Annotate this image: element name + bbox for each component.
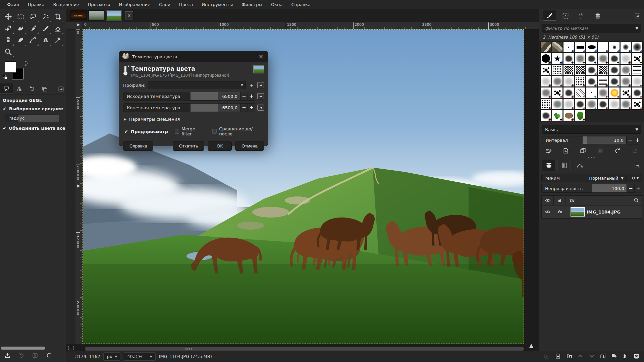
tool-move-icon[interactable] <box>2 11 14 23</box>
edit-brush-icon[interactable] <box>545 148 551 155</box>
brush-dots[interactable]: + <box>540 99 551 110</box>
units-dropdown[interactable]: px▼ <box>103 352 120 361</box>
brush-tex[interactable]: + <box>632 87 643 98</box>
tool-ink-icon[interactable] <box>27 23 39 35</box>
new-brush-icon[interactable] <box>563 148 569 155</box>
brush-tex2[interactable]: + <box>597 53 608 64</box>
brush-tex[interactable]: + <box>586 76 597 87</box>
dock-grip-icon[interactable]: ⋮ <box>69 202 73 204</box>
profile-reset-button[interactable]: ◄ <box>257 82 264 88</box>
effects-column-icon[interactable]: fx <box>566 196 578 205</box>
brush-bar[interactable]: + <box>575 42 586 53</box>
merge-colors-checkbox-row[interactable]: Объединить цвета все <box>3 126 63 131</box>
tab-fonts[interactable]: abc <box>575 10 588 21</box>
brush-filter-input[interactable]: фильтр по меткам ▼ <box>542 24 641 33</box>
spacing-slider[interactable]: Интервал 10,0 <box>542 136 627 144</box>
checkbox-checked-icon[interactable] <box>3 126 6 131</box>
tool-clone-icon[interactable] <box>2 35 14 46</box>
menu-item-инструменты[interactable]: Инструменты <box>198 1 236 8</box>
menu-item-цвета[interactable]: Цвета <box>175 1 197 8</box>
tab-patterns[interactable] <box>559 10 572 21</box>
target-reset-button[interactable]: ◄ <box>257 105 264 111</box>
tool-text-icon[interactable]: A <box>39 35 52 46</box>
brush-faint[interactable]: + <box>620 53 631 64</box>
tool-zoom-icon[interactable] <box>2 46 14 58</box>
brush-tex2[interactable]: + <box>552 76 563 87</box>
tab-images[interactable] <box>38 83 51 94</box>
brush-hlines[interactable]: + <box>597 76 608 87</box>
dialog-titlebar[interactable]: Температура цвета ✕ <box>119 51 268 62</box>
navigation-up-icon[interactable]: ▲ <box>529 342 533 349</box>
menu-item-файл[interactable]: Файл <box>3 1 23 8</box>
checkbox-checked-icon[interactable] <box>3 107 7 111</box>
brush-wilber[interactable]: + <box>563 110 574 121</box>
panel-arrow-top-icon[interactable]: ▶ <box>77 22 80 27</box>
revert-button[interactable]: Откатить <box>173 141 204 151</box>
brush-faint[interactable]: + <box>540 76 551 87</box>
close-tab-button[interactable]: ✕ <box>125 11 133 19</box>
add-mask-icon[interactable] <box>623 353 628 360</box>
brush-tex[interactable]: + <box>597 99 608 110</box>
brush-sun[interactable]: + <box>609 87 620 98</box>
menu-item-выделение[interactable]: Выделение <box>49 1 83 8</box>
layer-mode-dropdown[interactable]: Режим Нормальный ▼ <box>541 174 627 182</box>
brush-tex[interactable]: + <box>563 53 574 64</box>
tool-crop-icon[interactable] <box>52 11 64 23</box>
brush-line[interactable]: + <box>597 42 608 53</box>
brush-faint[interactable]: + <box>632 76 643 87</box>
lower-layer-icon[interactable] <box>589 353 595 360</box>
reset-tool-options-icon[interactable] <box>46 353 52 359</box>
layer-thumbnail[interactable] <box>571 207 585 217</box>
target-increment-button[interactable]: + <box>248 103 255 112</box>
brush-pixel[interactable]: + <box>563 42 574 53</box>
tab-layers[interactable] <box>542 160 555 171</box>
brush-tex2[interactable]: + <box>597 87 608 98</box>
brush-cells[interactable]: + <box>597 64 608 75</box>
brush-tex2[interactable]: + <box>620 99 631 110</box>
tool-free-select-icon[interactable] <box>27 11 39 23</box>
tab-device-status[interactable] <box>13 83 25 94</box>
tab-paths[interactable] <box>573 160 586 171</box>
tool-smudge-icon[interactable] <box>14 35 27 46</box>
dock-menu-button[interactable]: ◄ <box>635 13 640 18</box>
new-layer-icon[interactable] <box>555 353 561 360</box>
tool-eraser-icon[interactable] <box>52 23 64 35</box>
opacity-decrement-button[interactable]: − <box>627 184 635 193</box>
menu-item-фильтры[interactable]: Фильтры <box>238 1 266 8</box>
tool-warp-icon[interactable] <box>14 23 27 35</box>
brush-splat[interactable]: + <box>632 53 643 64</box>
open-brush-as-image-icon[interactable] <box>632 148 638 155</box>
dock-grip-icon[interactable]: ••• <box>539 156 644 159</box>
tool-paintbrush-icon[interactable] <box>39 23 52 35</box>
preview-checkbox[interactable]: Предпросмотр <box>124 129 168 134</box>
menu-item-справка[interactable]: Справка <box>287 1 314 8</box>
merge-down-icon[interactable] <box>611 353 617 360</box>
radius-slider[interactable]: Радиус <box>5 114 59 122</box>
spacing-increment-button[interactable]: + <box>634 136 641 144</box>
brush-pepper[interactable]: + <box>575 110 586 121</box>
brush-tex[interactable]: + <box>609 64 620 75</box>
brush-tex[interactable]: + <box>609 53 620 64</box>
brush-circle[interactable]: + <box>540 53 551 64</box>
blending-options-expander[interactable]: ▶ Параметры смешения <box>119 113 268 123</box>
brush-tex[interactable]: + <box>563 87 574 98</box>
image-tab-current[interactable] <box>106 10 122 21</box>
brush-tex2[interactable]: + <box>575 53 586 64</box>
brush-splat[interactable]: + <box>540 64 551 75</box>
dock-menu-button[interactable]: ◄ <box>635 163 640 168</box>
new-layer-group-icon[interactable] <box>567 353 572 360</box>
menu-item-просмотр[interactable]: Просмотр <box>84 1 114 8</box>
brush-pixel[interactable]: + <box>586 87 597 98</box>
tool-transform-icon[interactable] <box>2 23 14 35</box>
restore-tool-options-icon[interactable] <box>18 353 24 359</box>
dock-menu-button[interactable]: ◄ <box>58 86 64 92</box>
layer-effects-icon[interactable]: fx <box>554 209 566 214</box>
brush-photo2[interactable]: + <box>552 42 563 53</box>
brush-soft1[interactable]: + <box>609 42 620 53</box>
tool-fuzzy-select-icon[interactable] <box>39 11 52 23</box>
default-colors-icon[interactable] <box>3 75 7 79</box>
opacity-increment-button[interactable]: + <box>635 184 642 193</box>
split-view-checkbox[interactable]: Сравнение до/после <box>212 126 264 136</box>
tool-rect-select-icon[interactable] <box>14 11 27 23</box>
brush-star[interactable]: ★+ <box>552 53 563 64</box>
